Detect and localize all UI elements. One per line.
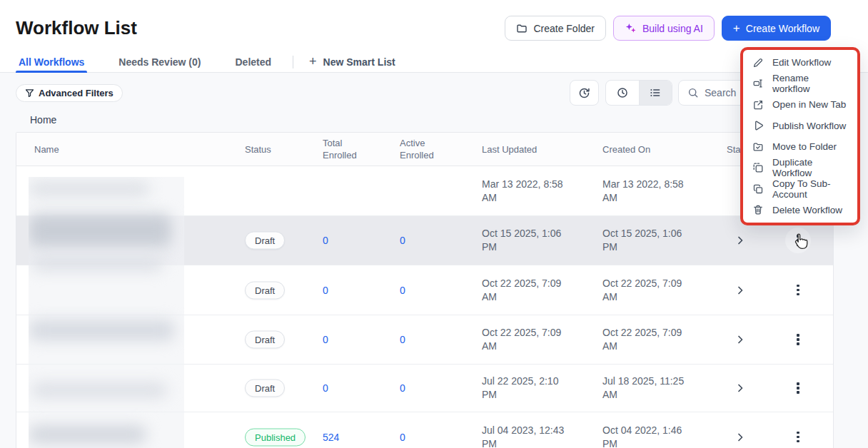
last-updated-cell: Oct 15 2025, 1:06 PM — [482, 227, 575, 254]
recent-view-toggle[interactable] — [606, 81, 639, 105]
breadcrumb-home[interactable]: Home — [30, 114, 56, 126]
advanced-filters-label: Advanced Filters — [39, 88, 113, 98]
created-on-cell: Oct 04 2022, 1:46 PM — [602, 424, 695, 448]
kebab-icon — [797, 285, 799, 295]
row-context-menu: Edit Workflow Rename workflow Open in Ne… — [740, 47, 860, 225]
play-icon — [752, 120, 764, 131]
status-cell: Draft — [245, 281, 285, 299]
status-badge: Draft — [245, 232, 285, 250]
create-folder-button[interactable]: Create Folder — [505, 16, 606, 41]
build-ai-label: Build using AI — [642, 23, 703, 34]
chevron-right-icon[interactable] — [735, 235, 746, 246]
active-enrolled-link[interactable]: 0 — [400, 235, 405, 246]
status-badge: Draft — [245, 380, 285, 397]
created-on-cell: Jul 18 2025, 11:25 AM — [602, 375, 695, 402]
rename-icon — [752, 78, 764, 89]
kebab-icon — [797, 334, 799, 345]
kebab-icon — [797, 382, 799, 393]
created-on-cell: Oct 15 2025, 1:06 PM — [602, 227, 695, 254]
active-enrolled-link[interactable]: 0 — [400, 285, 405, 296]
tab-needs-review[interactable]: Needs Review (0) — [116, 51, 203, 72]
last-updated-cell: Jul 22 2025, 2:10 PM — [482, 375, 575, 402]
total-enrolled-link[interactable]: 0 — [323, 285, 328, 296]
last-updated-cell: Oct 22 2025, 7:09 AM — [482, 277, 575, 304]
total-enrolled-link[interactable]: 0 — [323, 334, 328, 345]
last-updated-cell: Oct 22 2025, 7:09 AM — [482, 326, 575, 353]
column-stats: Sta — [727, 143, 741, 156]
column-total-enrolled: Total Enrolled — [323, 137, 367, 161]
status-cell: Draft — [245, 232, 285, 250]
new-smart-list-label: New Smart List — [323, 56, 395, 68]
page-title: Workflow List — [16, 17, 137, 39]
status-badge: Draft — [245, 281, 285, 299]
new-smart-list-button[interactable]: + New Smart List — [309, 54, 395, 69]
kebab-icon — [797, 432, 799, 442]
last-updated-cell: Mar 13 2022, 8:58 AM — [482, 178, 575, 205]
blurred-name-region — [29, 177, 184, 448]
create-workflow-label: Create Workflow — [746, 23, 819, 34]
funnel-icon — [25, 88, 34, 98]
row-actions-menu-button[interactable] — [785, 375, 811, 401]
menu-item-edit-workflow[interactable]: Edit Workflow — [743, 52, 857, 73]
plus-icon: + — [733, 22, 740, 34]
status-cell: Draft — [245, 331, 285, 349]
status-cell: Published — [245, 428, 306, 446]
create-workflow-button[interactable]: + Create Workflow — [722, 16, 831, 41]
menu-item-copy-to-sub-account[interactable]: Copy To Sub-Account — [743, 178, 857, 200]
total-enrolled-link[interactable]: 0 — [323, 382, 328, 394]
row-actions-menu-button[interactable] — [785, 228, 811, 253]
active-enrolled-link[interactable]: 0 — [400, 432, 405, 443]
build-using-ai-button[interactable]: Build using AI — [613, 16, 715, 41]
column-name: Name — [34, 143, 59, 156]
created-on-cell: Oct 22 2025, 7:09 AM — [602, 277, 695, 304]
row-actions-menu-button[interactable] — [785, 278, 811, 303]
column-last-updated: Last Updated — [482, 143, 537, 156]
tab-divider — [293, 56, 293, 68]
plus-icon: + — [309, 54, 317, 69]
history-clock-icon — [577, 86, 591, 100]
total-enrolled-link[interactable]: 0 — [323, 235, 328, 246]
trash-icon — [752, 204, 764, 215]
column-created-on: Created On — [602, 143, 650, 156]
row-actions-menu-button[interactable] — [785, 327, 811, 352]
active-enrolled-link[interactable]: 0 — [400, 334, 405, 345]
workflow-list-page: Workflow List Create Folder Build using … — [0, 0, 868, 448]
external-icon — [752, 99, 764, 111]
tab-deleted[interactable]: Deleted — [232, 51, 274, 72]
kebab-icon — [797, 235, 799, 245]
sparkles-icon — [625, 22, 637, 34]
duplicate-icon — [752, 162, 764, 173]
folder-icon — [516, 23, 528, 34]
chevron-right-icon[interactable] — [735, 382, 746, 394]
advanced-filters-button[interactable]: Advanced Filters — [16, 84, 123, 102]
status-cell: Draft — [245, 380, 285, 397]
clock-icon — [616, 86, 629, 99]
menu-item-open-in-new-tab[interactable]: Open in New Tab — [743, 94, 857, 116]
total-enrolled-link[interactable]: 524 — [323, 432, 339, 443]
tab-all-workflows[interactable]: All Workflows — [16, 51, 87, 72]
status-badge: Draft — [245, 331, 285, 349]
last-updated-cell: Jul 04 2023, 12:43 PM — [482, 424, 575, 448]
list-view-toggle[interactable] — [639, 81, 672, 105]
row-actions-menu-button[interactable] — [785, 424, 811, 448]
menu-item-move-to-folder[interactable]: Move to Folder — [743, 136, 857, 158]
chevron-right-icon[interactable] — [735, 285, 746, 296]
view-toggle — [605, 80, 672, 106]
menu-item-delete-workflow[interactable]: Delete Workflow — [743, 200, 857, 221]
list-icon — [649, 86, 662, 99]
search-icon — [687, 87, 699, 98]
chevron-right-icon[interactable] — [735, 432, 746, 443]
chevron-right-icon[interactable] — [735, 334, 746, 345]
create-folder-label: Create Folder — [533, 23, 595, 34]
column-status: Status — [245, 143, 271, 156]
menu-item-rename-workflow[interactable]: Rename workflow — [743, 73, 857, 95]
table-header: Name Status Total Enrolled Active Enroll… — [16, 133, 833, 166]
menu-item-duplicate-workflow[interactable]: Duplicate Workflow — [743, 158, 857, 179]
header-actions: Create Folder Build using AI + Create Wo… — [505, 16, 831, 41]
active-enrolled-link[interactable]: 0 — [400, 382, 405, 394]
copy-icon — [752, 183, 764, 195]
column-active-enrolled: Active Enrolled — [400, 137, 444, 161]
enrollment-history-button[interactable] — [570, 80, 599, 106]
menu-item-publish-workflow[interactable]: Publish Workflow — [743, 116, 857, 137]
created-on-cell: Oct 22 2025, 7:09 AM — [602, 326, 695, 353]
